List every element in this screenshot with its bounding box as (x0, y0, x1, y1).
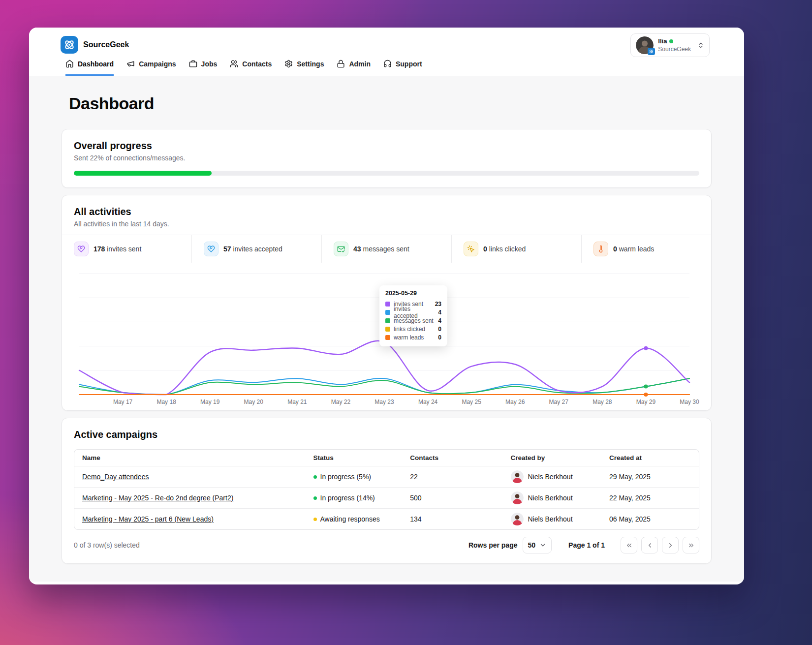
chevrons-left-icon (625, 542, 633, 549)
table-row[interactable]: Demo_Day attendees In progress (5%) 22 N… (74, 466, 699, 488)
overall-progress-title: Overall progress (74, 140, 699, 152)
sourcegeek-badge-icon (648, 48, 655, 55)
svg-text:May 22: May 22 (331, 399, 351, 405)
progress-bar (74, 171, 699, 176)
col-contacts: Contacts (402, 450, 502, 466)
tab-settings[interactable]: Settings (284, 60, 324, 76)
chevrons-up-down-icon (697, 42, 704, 49)
next-page-button[interactable] (662, 537, 679, 553)
presence-dot (669, 39, 673, 43)
campaign-link[interactable]: Demo_Day attendees (82, 473, 149, 481)
active-campaigns-title: Active campaigns (74, 429, 699, 440)
megaphone-icon (126, 60, 135, 68)
svg-text:May 30: May 30 (680, 399, 699, 405)
contacts-count: 22 (402, 466, 502, 488)
rows-selected-text: 0 of 3 row(s) selected (74, 541, 468, 549)
status-badge: In progress (5%) (320, 473, 371, 481)
all-activities-subtitle: All activities in the last 14 days. (74, 220, 699, 228)
tab-dashboard[interactable]: Dashboard (65, 60, 114, 76)
nav-label: Contacts (242, 60, 272, 68)
svg-text:May 29: May 29 (636, 399, 656, 405)
chart-tooltip: 2025-05-29 invites sent23 invites accept… (379, 285, 447, 346)
main-nav: Dashboard Campaigns Jobs Contacts Settin… (65, 60, 710, 76)
table-row[interactable]: Marketing - May 2025 - Re-do 2nd degree … (74, 488, 699, 509)
stat-warm-leads: 0 warm leads (582, 235, 711, 263)
svg-text:May 23: May 23 (375, 399, 394, 405)
campaign-link[interactable]: Marketing - May 2025 - part 6 (New Leads… (82, 515, 214, 523)
created-by-name: Niels Berkhout (528, 515, 573, 523)
legend-swatch (385, 327, 390, 332)
campaigns-table: Name Status Contacts Created by Created … (74, 450, 699, 529)
last-page-button[interactable] (683, 537, 699, 553)
stat-invites-sent: 178 invites sent (62, 235, 192, 263)
activity-chart[interactable]: May 17May 18May 19May 20May 21May 22May … (62, 263, 711, 410)
rows-per-page-select[interactable]: 50 (523, 537, 552, 553)
tooltip-date: 2025-05-29 (385, 290, 441, 297)
created-by-name: Niels Berkhout (528, 473, 573, 481)
user-org: SourceGeek (658, 46, 691, 53)
page-title: Dashboard (69, 94, 712, 113)
overall-progress-card: Overall progress Sent 22% of connections… (62, 129, 712, 188)
legend-swatch (385, 302, 390, 307)
svg-text:May 26: May 26 (505, 399, 525, 405)
first-page-button[interactable] (621, 537, 637, 553)
heart-handshake-icon (74, 242, 89, 256)
svg-text:May 24: May 24 (418, 399, 438, 405)
chevron-left-icon (646, 542, 654, 549)
status-badge: In progress (14%) (320, 494, 375, 502)
users-icon (230, 60, 238, 68)
nav-label: Support (396, 60, 422, 68)
tab-contacts[interactable]: Contacts (230, 60, 272, 76)
nav-label: Settings (297, 60, 324, 68)
created-at-date: 06 May, 2025 (601, 509, 699, 530)
col-created-at: Created at (601, 450, 699, 466)
home-icon (65, 60, 74, 68)
all-activities-title: All activities (74, 206, 699, 217)
tab-support[interactable]: Support (383, 60, 422, 76)
chevron-right-icon (667, 542, 674, 549)
col-status: Status (306, 450, 403, 466)
chevron-down-icon (539, 542, 546, 549)
status-dot (313, 475, 317, 479)
svg-text:May 20: May 20 (244, 399, 264, 405)
col-name: Name (74, 450, 306, 466)
svg-text:May 19: May 19 (200, 399, 220, 405)
tab-admin[interactable]: Admin (337, 60, 371, 76)
svg-text:May 27: May 27 (549, 399, 569, 405)
status-dot (313, 518, 317, 521)
thermometer-icon (593, 242, 608, 256)
chevrons-right-icon (687, 542, 695, 549)
gear-icon (284, 60, 293, 68)
svg-text:May 18: May 18 (156, 399, 176, 405)
progress-bar-fill (74, 171, 212, 176)
avatar (511, 513, 524, 525)
status-dot (313, 496, 317, 500)
sourcegeek-logo-icon (61, 36, 78, 54)
briefcase-icon (189, 60, 197, 68)
avatar (511, 491, 524, 504)
svg-text:May 25: May 25 (462, 399, 481, 405)
campaign-link[interactable]: Marketing - May 2025 - Re-do 2nd degree … (82, 494, 233, 502)
stat-messages-sent: 43 messages sent (322, 235, 452, 263)
user-menu[interactable]: Ilia SourceGeek (630, 33, 710, 57)
created-at-date: 29 May, 2025 (601, 466, 699, 488)
active-campaigns-card: Active campaigns Name Status Contacts Cr… (62, 418, 712, 564)
status-badge: Awaiting responses (320, 515, 380, 523)
nav-label: Dashboard (78, 60, 114, 68)
legend-swatch (385, 318, 390, 323)
legend-swatch (385, 335, 390, 340)
created-at-date: 22 May, 2025 (601, 488, 699, 509)
main-content: Dashboard Overall progress Sent 22% of c… (29, 76, 744, 582)
heart-handshake-icon (204, 242, 219, 256)
contacts-count: 134 (402, 509, 502, 530)
tab-jobs[interactable]: Jobs (189, 60, 218, 76)
tab-campaigns[interactable]: Campaigns (126, 60, 176, 76)
svg-text:May 28: May 28 (593, 399, 612, 405)
created-by-name: Niels Berkhout (528, 494, 573, 502)
prev-page-button[interactable] (641, 537, 658, 553)
table-row[interactable]: Marketing - May 2025 - part 6 (New Leads… (74, 509, 699, 530)
avatar (511, 470, 524, 483)
lock-icon (337, 60, 345, 68)
svg-text:May 17: May 17 (113, 399, 133, 405)
rows-per-page-label: Rows per page (468, 541, 518, 549)
